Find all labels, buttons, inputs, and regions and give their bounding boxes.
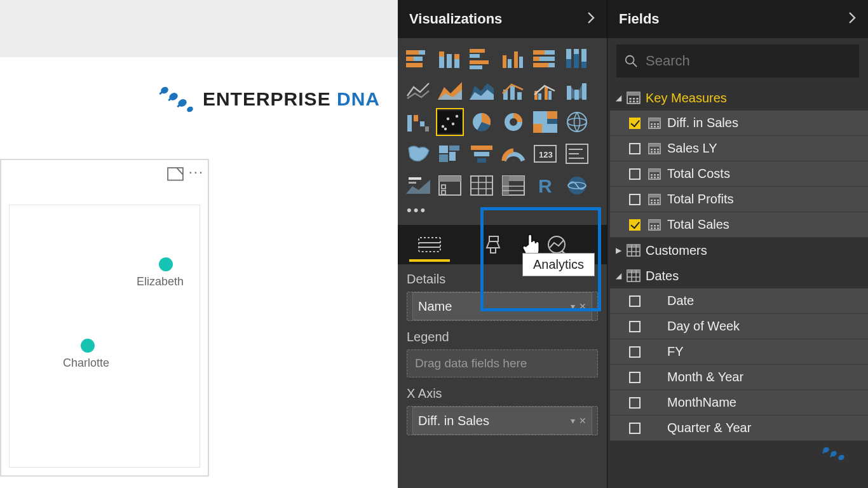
viz-matrix[interactable] (499, 172, 527, 200)
well-details[interactable]: Name ▾✕ (407, 292, 598, 321)
pill-dropdown-icon[interactable]: ▾ (571, 416, 575, 426)
viz-100-stacked-bar[interactable] (531, 44, 559, 72)
field-date[interactable]: Date (610, 288, 868, 314)
svg-rect-17 (454, 54, 459, 59)
viz-treemap[interactable] (531, 108, 559, 136)
viz-arcgis[interactable] (563, 172, 591, 200)
svg-point-60 (447, 118, 449, 120)
field-checkbox[interactable] (629, 295, 641, 307)
viz-stacked-column[interactable] (436, 44, 464, 72)
viz-multirow-card[interactable] (563, 140, 591, 168)
table-key-measures[interactable]: ◢ Key Measures (610, 85, 868, 111)
scatter-visual-frame[interactable]: ··· Elizabeth Charlotte (0, 159, 209, 477)
svg-rect-35 (574, 54, 579, 68)
svg-rect-33 (566, 59, 571, 68)
viz-kpi[interactable] (404, 172, 432, 200)
expand-caret-icon[interactable]: ◢ (613, 271, 624, 280)
field-day-of-week[interactable]: Day of Week (610, 314, 868, 339)
viz-line[interactable] (404, 76, 432, 104)
viz-line-stacked-column[interactable] (499, 76, 527, 104)
svg-rect-25 (519, 57, 523, 68)
field-diff-in-sales[interactable]: Diff. in Sales (610, 111, 868, 136)
tab-format[interactable] (461, 225, 525, 264)
viz-more-icon[interactable]: ••• (398, 200, 607, 225)
viz-r-script[interactable]: R (531, 172, 559, 200)
table-dates[interactable]: ◢ Dates (610, 263, 868, 288)
field-checkbox[interactable] (629, 397, 641, 409)
field-total-profits[interactable]: Total Profits (610, 187, 868, 212)
viz-gauge[interactable] (499, 140, 527, 168)
viz-clustered-bar[interactable] (468, 44, 496, 72)
field-checkbox[interactable] (629, 372, 641, 383)
well-legend[interactable]: Drag data fields here (407, 349, 598, 377)
svg-rect-149 (649, 194, 660, 198)
fields-header: Fields (607, 0, 868, 38)
viz-scatter[interactable] (436, 108, 464, 136)
field-monthname[interactable]: MonthName (610, 390, 868, 416)
viz-slicer[interactable] (436, 172, 464, 200)
svg-rect-49 (567, 86, 571, 100)
viz-100-stacked-column[interactable] (563, 44, 591, 72)
field-sales-ly[interactable]: Sales LY (610, 136, 868, 161)
viz-filled-map[interactable] (404, 140, 432, 168)
tab-fields[interactable] (398, 225, 461, 264)
field-total-sales[interactable]: Total Sales (610, 212, 868, 238)
viz-ribbon[interactable] (563, 76, 591, 104)
collapse-pane-icon[interactable] (587, 11, 595, 27)
viz-area[interactable] (436, 76, 464, 104)
pill-dropdown-icon[interactable]: ▾ (571, 301, 575, 311)
data-point-elizabeth[interactable] (159, 257, 173, 271)
viz-line-clustered-column[interactable] (531, 76, 559, 104)
field-checkbox[interactable] (629, 423, 641, 434)
pill-diff-in-sales[interactable]: Diff. in Sales ▾✕ (412, 407, 592, 435)
viz-stacked-bar[interactable] (404, 44, 432, 72)
pill-remove-icon[interactable]: ✕ (579, 301, 587, 311)
data-point-charlotte[interactable] (81, 339, 95, 353)
pill-remove-icon[interactable]: ✕ (579, 416, 587, 426)
svg-rect-48 (548, 91, 552, 100)
scatter-plot-area[interactable]: Elizabeth Charlotte (9, 205, 200, 468)
field-checkbox[interactable] (629, 346, 641, 358)
viz-waterfall[interactable] (404, 108, 432, 136)
viz-table[interactable] (468, 172, 496, 200)
expand-caret-icon[interactable]: ▶ (613, 246, 624, 255)
search-input[interactable] (646, 53, 851, 69)
viz-card[interactable]: 123 (531, 140, 559, 168)
fields-search[interactable] (616, 44, 859, 78)
pill-name[interactable]: Name ▾✕ (412, 292, 592, 320)
fields-pane: Fields ◢ Key Measures Diff. in Sales Sal… (607, 0, 868, 488)
visual-more-options[interactable]: ··· (189, 164, 204, 184)
viz-clustered-column[interactable] (499, 44, 527, 72)
expand-caret-icon[interactable]: ◢ (613, 93, 624, 102)
report-canvas[interactable]: ENTERPRISE DNA ··· Elizabeth Charlotte (0, 57, 398, 488)
focus-mode-icon[interactable] (167, 167, 184, 181)
svg-rect-79 (474, 152, 489, 156)
field-month-year[interactable]: Month & Year (610, 365, 868, 390)
collapse-pane-icon[interactable] (848, 11, 857, 27)
well-xaxis[interactable]: Diff. in Sales ▾✕ (407, 406, 598, 435)
field-total-costs[interactable]: Total Costs (610, 161, 868, 187)
table-customers[interactable]: ▶ Customers (610, 238, 868, 263)
field-quarter-year[interactable]: Quarter & Year (610, 416, 868, 441)
well-legend-label: Legend (407, 330, 598, 344)
svg-rect-101 (503, 176, 509, 195)
field-checkbox[interactable] (629, 219, 641, 231)
viz-funnel[interactable] (468, 140, 496, 168)
svg-rect-68 (547, 111, 557, 119)
viz-shape-map[interactable] (436, 140, 464, 168)
viz-pie[interactable] (468, 108, 496, 136)
field-fy[interactable]: FY (610, 339, 868, 365)
viz-donut[interactable] (499, 108, 527, 136)
svg-rect-70 (533, 124, 542, 133)
viz-stacked-area[interactable] (468, 76, 496, 104)
field-label: Total Costs (667, 166, 730, 181)
svg-rect-142 (651, 174, 653, 176)
field-checkbox[interactable] (629, 118, 641, 129)
field-checkbox[interactable] (629, 194, 641, 205)
viz-map[interactable] (563, 108, 591, 136)
svg-rect-121 (629, 100, 631, 102)
field-checkbox[interactable] (629, 143, 641, 154)
field-checkbox[interactable] (629, 168, 641, 180)
svg-rect-47 (545, 87, 548, 100)
field-checkbox[interactable] (629, 321, 641, 332)
